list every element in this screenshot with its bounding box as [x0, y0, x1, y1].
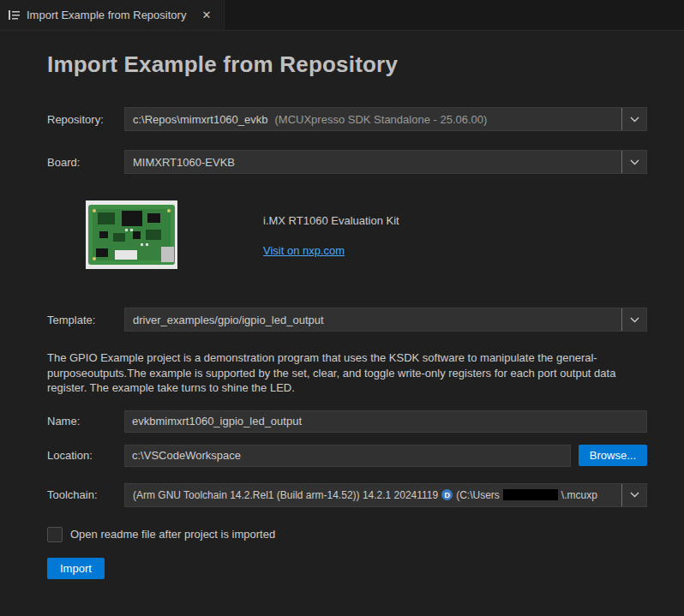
repository-sdk-info: (MCUXpresso SDK Standalone - 25.06.00) — [275, 113, 488, 126]
template-value: driver_examples/gpio/igpio_led_output — [133, 314, 324, 326]
toolchain-path-prefix: (C:\Users — [456, 489, 500, 501]
d-circle-icon: D — [441, 489, 453, 500]
page-title: Import Example from Repository — [47, 51, 647, 78]
toolchain-dropdown[interactable]: (Arm GNU Toolchain 14.2.Rel1 (Build arm-… — [124, 483, 647, 507]
readme-checkbox[interactable] — [47, 527, 63, 542]
template-description: The GPIO Example project is a demonstrat… — [47, 350, 647, 396]
toolchain-label: Toolchain: — [47, 488, 124, 501]
toolchain-value: (Arm GNU Toolchain 14.2.Rel1 (Build arm-… — [133, 489, 597, 501]
name-input[interactable] — [124, 410, 647, 433]
board-preview-section: i.MX RT1060 Evaluation Kit Visit on nxp.… — [86, 200, 647, 269]
tab-import-example[interactable]: Import Example from Repository ✕ — [0, 0, 225, 30]
chevron-down-icon — [621, 308, 646, 331]
location-input[interactable] — [124, 445, 571, 467]
board-row: Board: MIMXRT1060-EVKB — [47, 150, 647, 174]
redacted-username-box — [503, 489, 558, 500]
repository-dropdown[interactable]: c:\Repos\mimxrt1060_evkb (MCUXpresso SDK… — [124, 107, 647, 131]
chevron-down-icon — [621, 108, 646, 130]
toolchain-version-text: (Arm GNU Toolchain 14.2.Rel1 (Build arm-… — [133, 489, 438, 501]
tab-title: Import Example from Repository — [27, 9, 186, 21]
close-icon[interactable]: ✕ — [199, 8, 213, 22]
browse-button[interactable]: Browse... — [579, 445, 647, 466]
location-row: Location: Browse... — [47, 444, 647, 468]
nxp-link[interactable]: Visit on nxp.com — [263, 244, 345, 257]
board-photo — [86, 200, 177, 269]
name-label: Name: — [47, 415, 124, 428]
board-display-name: i.MX RT1060 Evaluation Kit — [263, 214, 399, 227]
import-button[interactable]: Import — [47, 558, 105, 579]
template-dropdown[interactable]: driver_examples/gpio/igpio_led_output — [124, 308, 647, 332]
location-label: Location: — [47, 449, 124, 462]
repository-row: Repository: c:\Repos\mimxrt1060_evkb (MC… — [47, 107, 647, 131]
toolchain-row: Toolchain: (Arm GNU Toolchain 14.2.Rel1 … — [47, 483, 647, 507]
board-label: Board: — [47, 156, 124, 169]
name-row: Name: — [47, 410, 647, 434]
template-label: Template: — [47, 314, 124, 326]
form-list-icon — [8, 9, 21, 21]
template-row: Template: driver_examples/gpio/igpio_led… — [47, 308, 647, 332]
board-value: MIMXRT1060-EVKB — [133, 156, 235, 169]
board-meta: i.MX RT1060 Evaluation Kit Visit on nxp.… — [263, 200, 399, 258]
board-dropdown[interactable]: MIMXRT1060-EVKB — [124, 150, 647, 174]
chevron-down-icon — [621, 484, 646, 506]
readme-label: Open readme file after project is import… — [70, 528, 275, 541]
import-row: Import — [47, 558, 647, 579]
repository-value: c:\Repos\mimxrt1060_evkb — [133, 113, 268, 126]
repository-label: Repository: — [47, 113, 124, 126]
editor-tab-bar: Import Example from Repository ✕ — [0, 0, 684, 31]
import-form-page: Import Example from Repository Repositor… — [0, 31, 684, 579]
toolchain-path-suffix: \.mcuxp — [561, 489, 597, 501]
readme-option-row: Open readme file after project is import… — [47, 526, 647, 543]
chevron-down-icon — [621, 151, 646, 173]
